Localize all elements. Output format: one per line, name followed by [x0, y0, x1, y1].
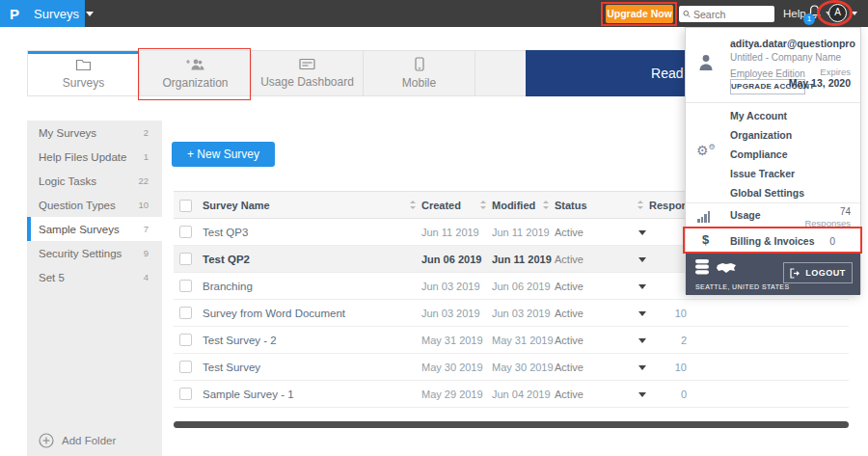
responses-value: 10: [650, 300, 687, 327]
sidebar-item-count: 7: [144, 224, 149, 234]
add-folder-button[interactable]: Add Folder: [39, 433, 116, 448]
sort-icon[interactable]: [542, 192, 554, 220]
tab-label: Organization: [162, 76, 228, 90]
row-checkbox[interactable]: [179, 334, 192, 346]
status-dropdown-caret[interactable]: [638, 311, 646, 316]
sidebar-item-set-5[interactable]: Set 5 4: [27, 265, 162, 289]
tab-mobile[interactable]: Mobile: [364, 51, 475, 95]
dropdown-footer: SEATTLE, UNITED STATES LOGOUT: [686, 254, 860, 295]
new-survey-button[interactable]: + New Survey: [172, 142, 275, 167]
search-input[interactable]: [693, 9, 771, 20]
created-date: Jun 03 2019: [421, 300, 480, 327]
sidebar-item-my-surveys[interactable]: My Surveys 2: [27, 121, 162, 145]
created-date: Jun 03 2019: [421, 273, 480, 300]
sort-icon[interactable]: [637, 192, 648, 220]
search-box[interactable]: [679, 6, 774, 22]
column-header-created[interactable]: Created: [421, 192, 461, 220]
dashboard-icon: [299, 58, 315, 70]
survey-name-link[interactable]: Test Survey: [203, 354, 260, 381]
account-avatar[interactable]: A: [828, 4, 847, 22]
select-all-checkbox[interactable]: [179, 200, 192, 212]
row-checkbox[interactable]: [179, 307, 192, 319]
responses-value: 2: [650, 327, 687, 354]
folder-icon: [75, 58, 92, 71]
usage-responses-value: 74 Responses: [804, 206, 851, 229]
modified-date: Jun 03 2019: [492, 300, 551, 327]
status-dropdown-caret[interactable]: [638, 365, 646, 370]
row-checkbox[interactable]: [179, 253, 192, 265]
sidebar-item-question-types[interactable]: Question Types 10: [27, 193, 162, 217]
row-checkbox[interactable]: [179, 280, 192, 292]
status-dropdown-caret[interactable]: [638, 338, 646, 343]
folder-list: My Surveys 2 Help Files Update 1 Logic T…: [27, 121, 162, 289]
status-dropdown-caret[interactable]: [638, 284, 646, 289]
status-value: Active: [555, 327, 583, 354]
notification-badge: 1: [803, 13, 815, 25]
sidebar-item-label: Security Settings: [39, 248, 122, 259]
table-row: Sample Survey - 1 May 29 2019 Jun 04 201…: [174, 381, 849, 408]
column-header-survey-name[interactable]: Survey Name: [203, 192, 270, 220]
sidebar-item-logic-tasks[interactable]: Logic Tasks 22: [27, 169, 162, 193]
logout-button[interactable]: LOGOUT: [783, 262, 853, 283]
sort-icon[interactable]: [479, 192, 491, 220]
product-menu[interactable]: P Surveys: [0, 0, 85, 27]
questionpro-logo: P: [10, 6, 19, 22]
survey-name-link[interactable]: Branching: [203, 273, 253, 300]
status-dropdown-caret[interactable]: [638, 392, 646, 397]
survey-name-link[interactable]: Test QP3: [203, 219, 248, 246]
account-email: aditya.datar@questionpro.c...: [730, 38, 855, 49]
modified-date: Jun 06 2019: [492, 273, 551, 300]
sidebar-item-label: Question Types: [39, 200, 116, 211]
modified-date: May 30 2019: [492, 354, 554, 381]
menu-item-usage[interactable]: Usage: [730, 202, 761, 228]
tab-surveys[interactable]: Surveys: [28, 51, 140, 95]
menu-item-global-settings[interactable]: Global Settings: [686, 183, 860, 202]
status-dropdown-caret[interactable]: [638, 257, 646, 262]
divider: [686, 102, 860, 103]
created-date: Jun 11 2019: [421, 219, 479, 246]
row-checkbox[interactable]: [179, 388, 192, 400]
tab-usage-dashboard[interactable]: Usage Dashboard: [252, 51, 364, 95]
sidebar-item-sample-surveys[interactable]: Sample Surveys 7: [27, 217, 162, 241]
add-folder-label: Add Folder: [62, 435, 116, 446]
column-header-modified[interactable]: Modified: [492, 192, 535, 220]
sort-icon[interactable]: [409, 192, 420, 220]
menu-item-organization[interactable]: Organization: [686, 125, 860, 145]
sidebar-item-count: 10: [138, 200, 149, 210]
survey-name-link[interactable]: Test QP2: [203, 246, 250, 273]
user-icon: [698, 54, 714, 71]
chevron-down-icon: [86, 12, 94, 16]
status-value: Active: [555, 246, 583, 273]
expires-label: Expires: [820, 67, 851, 77]
sidebar-item-count: 22: [138, 175, 149, 186]
tab-label: Usage Dashboard: [260, 75, 354, 89]
status-dropdown-caret[interactable]: [638, 230, 646, 235]
survey-name-link[interactable]: Survey from Word Document: [203, 300, 345, 327]
horizontal-scrollbar[interactable]: [174, 421, 849, 428]
sidebar-item-label: Sample Surveys: [39, 224, 120, 235]
modified-date: Jun 04 2019: [492, 381, 551, 408]
upgrade-now-button[interactable]: Upgrade Now: [606, 5, 673, 23]
row-checkbox[interactable]: [179, 226, 192, 238]
sidebar-item-security-settings[interactable]: Security Settings 9: [27, 241, 162, 265]
column-header-status[interactable]: Status: [555, 192, 587, 220]
bar-chart-icon: [697, 211, 710, 223]
sidebar-item-help-files-update[interactable]: Help Files Update 1: [27, 145, 162, 169]
top-bar: P Surveys Upgrade Now Help 1 A: [0, 0, 868, 27]
created-date: May 31 2019: [421, 327, 483, 354]
table-row: Survey from Word Document Jun 03 2019 Ju…: [174, 300, 849, 327]
folders-sidebar: My Surveys 2 Help Files Update 1 Logic T…: [27, 121, 162, 456]
row-checkbox[interactable]: [179, 361, 192, 373]
menu-item-issue-tracker[interactable]: Issue Tracker: [686, 164, 860, 183]
tab-label: Surveys: [63, 76, 104, 90]
gears-icon: ⚙⚙: [696, 143, 716, 158]
menu-item-my-account[interactable]: My Account: [686, 106, 860, 125]
plus-circle-icon: [39, 433, 54, 448]
tab-organization[interactable]: Organization: [140, 51, 252, 95]
datacenter-location: SEATTLE, UNITED STATES: [695, 283, 789, 290]
survey-name-link[interactable]: Test Survey - 2: [203, 327, 277, 354]
logout-label: LOGOUT: [805, 268, 846, 278]
survey-name-link[interactable]: Sample Survey - 1: [203, 381, 294, 408]
sidebar-item-count: 2: [144, 127, 149, 138]
menu-item-billing-invoices[interactable]: Billing & Invoices: [730, 228, 815, 254]
